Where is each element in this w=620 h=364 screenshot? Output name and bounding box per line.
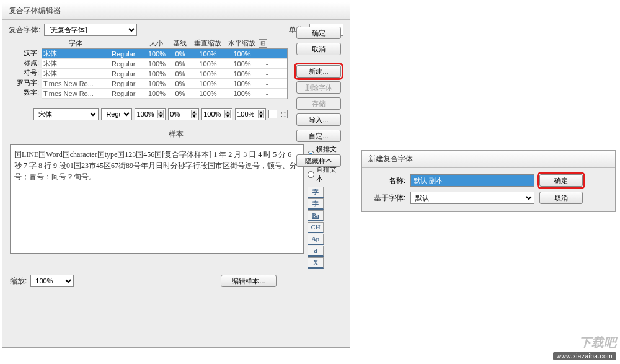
composite-font-select[interactable]: [无复合字体] <box>44 24 137 36</box>
row-label: 符号: <box>14 68 42 78</box>
sample-text-box: 国LINE国Word国character国type国123国456国[复合字体样… <box>10 144 304 254</box>
import-button[interactable]: 导入... <box>296 113 341 126</box>
new-composite-font-dialog: 新建复合字体 名称: 确定 基于字体: 默认 取消 <box>361 150 616 212</box>
table-row[interactable]: 宋体Regular100%0%100%100%- <box>42 59 287 69</box>
name-label: 名称: <box>368 175 405 186</box>
zoom-select[interactable]: 100% <box>30 275 74 287</box>
font-table-body[interactable]: 宋体Regular100%0%100%100%宋体Regular100%0%10… <box>42 48 288 99</box>
composite-font-label: 复合字体: <box>9 25 40 35</box>
header-hscale: 水平缩放 <box>224 38 259 48</box>
table-row[interactable]: 宋体Regular100%0%100%100%- <box>42 69 287 79</box>
vscale-spinner[interactable]: 100%▲▼ <box>202 108 232 120</box>
header-vscale: 垂直缩放 <box>190 38 224 48</box>
custom-button[interactable]: 自定... <box>296 130 341 142</box>
row-label: 汉字: <box>14 48 42 58</box>
baseline-spinner[interactable]: 0%▲▼ <box>168 108 199 120</box>
vertical-text-radio[interactable]: 直排文本 <box>308 165 342 184</box>
row-label: 标点: <box>14 58 42 68</box>
options-icon[interactable]: ⊞ <box>259 39 267 48</box>
new-dialog-title-text: 新建复合字体 <box>368 154 413 164</box>
link-scale-checkbox[interactable] <box>268 110 277 118</box>
cancel-button[interactable]: 取消 <box>296 43 341 55</box>
size-spinner[interactable]: 100%▲▼ <box>135 108 166 120</box>
row-labels: 汉字:标点:符号:罗马字:数字: <box>14 48 42 99</box>
based-on-label: 基于字体: <box>368 193 405 203</box>
glyph-button[interactable]: X <box>308 257 324 269</box>
new-dialog-title: 新建复合字体 <box>362 151 615 168</box>
new-dialog-cancel-button[interactable]: 取消 <box>539 192 583 204</box>
glyph-button[interactable]: d <box>308 246 324 257</box>
glyph-button[interactable]: Ba <box>308 210 324 221</box>
watermark: 下载吧 www.xiazaiba.com <box>553 334 616 360</box>
table-row[interactable]: Times New Ro...Regular100%0%100%100%- <box>42 89 287 99</box>
header-baseline: 基线 <box>169 38 190 48</box>
composite-font-editor-window: 复合字体编辑器 复合字体: [无复合字体] 单位: % 确定 取消 新建... … <box>2 2 350 348</box>
right-button-column: 确定 取消 新建... 删除字体 存储 导入... 自定... 隐藏样本 <box>294 27 343 167</box>
glyph-button[interactable]: 字 <box>308 187 324 198</box>
glyph-button[interactable]: CH <box>308 222 324 233</box>
row-label: 数字: <box>14 88 42 98</box>
header-size: 大小 <box>144 38 169 48</box>
name-input[interactable] <box>410 174 534 187</box>
watermark-logo: 下载吧 <box>579 334 616 351</box>
table-row[interactable]: Times New Ro...Regular100%0%100%100%- <box>42 79 287 89</box>
font-weight-select[interactable]: Regul <box>101 108 132 120</box>
scale-icon: ⬚ <box>280 110 288 118</box>
font-table: 字体 大小 基线 垂直缩放 水平缩放 ⊞ 汉字:标点:符号:罗马字:数字: 宋体… <box>14 38 288 99</box>
based-on-select[interactable]: 默认 <box>410 192 534 204</box>
bottom-row: 缩放: 100% 编辑样本... <box>2 269 350 293</box>
glyph-button[interactable]: 字 <box>308 198 324 210</box>
zoom-label: 缩放: <box>10 276 27 286</box>
delete-font-button: 删除字体 <box>296 81 341 94</box>
new-button[interactable]: 新建... <box>296 65 341 78</box>
new-dialog-ok-button[interactable]: 确定 <box>539 174 583 187</box>
window-title-text: 复合字体编辑器 <box>9 6 61 16</box>
glyph-button[interactable]: Ap <box>308 234 324 245</box>
hscale-spinner[interactable]: 100%▲▼ <box>235 108 266 120</box>
font-family-select[interactable]: 宋体 <box>33 108 99 120</box>
window-title: 复合字体编辑器 <box>2 2 350 20</box>
table-row[interactable]: 宋体Regular100%0%100%100% <box>42 49 287 59</box>
row-label: 罗马字: <box>14 78 42 88</box>
save-button: 存储 <box>296 97 341 110</box>
header-font: 字体 <box>42 38 110 48</box>
hide-sample-button[interactable]: 隐藏样本 <box>296 154 341 167</box>
ok-button[interactable]: 确定 <box>296 27 341 39</box>
font-table-header: 字体 大小 基线 垂直缩放 水平缩放 ⊞ <box>14 38 288 48</box>
edit-sample-button[interactable]: 编辑样本... <box>221 275 277 287</box>
watermark-url: www.xiazaiba.com <box>553 352 616 360</box>
